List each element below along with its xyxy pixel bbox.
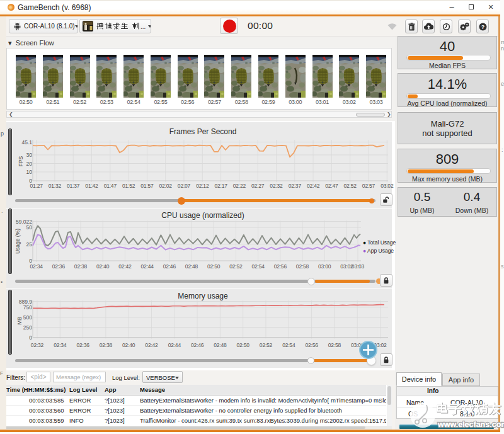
svg-text:www.elecfans.com: www.elecfans.com: [437, 420, 504, 429]
svg-text:...: ...: [140, 23, 146, 30]
svg-text:?: ?: [481, 23, 484, 30]
